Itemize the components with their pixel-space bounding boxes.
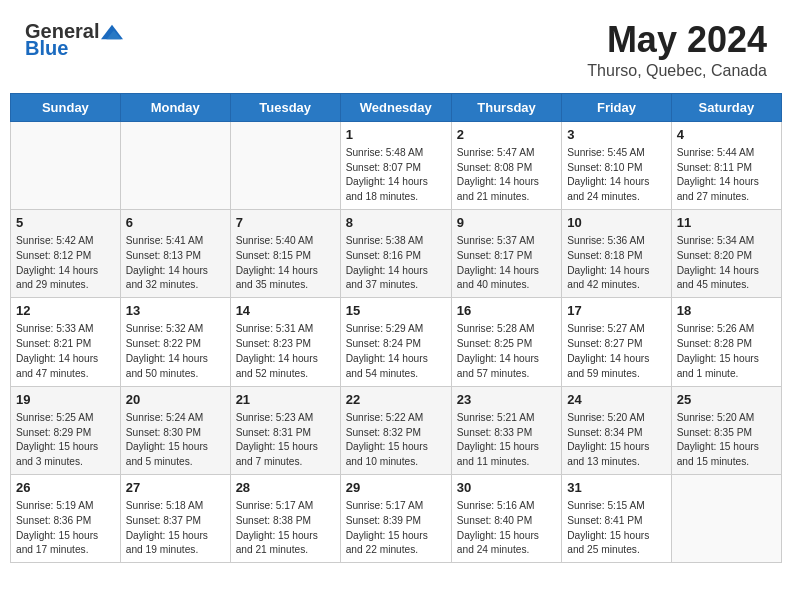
day-info: Sunrise: 5:20 AMSunset: 8:35 PMDaylight:… [677, 411, 776, 470]
calendar-day-cell: 18Sunrise: 5:26 AMSunset: 8:28 PMDayligh… [671, 298, 781, 386]
calendar-day-cell: 27Sunrise: 5:18 AMSunset: 8:37 PMDayligh… [120, 474, 230, 562]
day-number: 22 [346, 391, 446, 409]
day-info: Sunrise: 5:28 AMSunset: 8:25 PMDaylight:… [457, 322, 556, 381]
month-year-title: May 2024 [587, 20, 767, 60]
day-info: Sunrise: 5:25 AMSunset: 8:29 PMDaylight:… [16, 411, 115, 470]
calendar-week-row: 1Sunrise: 5:48 AMSunset: 8:07 PMDaylight… [11, 121, 782, 209]
day-number: 12 [16, 302, 115, 320]
calendar-day-cell: 19Sunrise: 5:25 AMSunset: 8:29 PMDayligh… [11, 386, 121, 474]
title-section: May 2024 Thurso, Quebec, Canada [587, 20, 767, 80]
day-info: Sunrise: 5:44 AMSunset: 8:11 PMDaylight:… [677, 146, 776, 205]
day-info: Sunrise: 5:34 AMSunset: 8:20 PMDaylight:… [677, 234, 776, 293]
day-info: Sunrise: 5:20 AMSunset: 8:34 PMDaylight:… [567, 411, 665, 470]
calendar-day-cell [120, 121, 230, 209]
day-number: 11 [677, 214, 776, 232]
calendar-day-cell: 12Sunrise: 5:33 AMSunset: 8:21 PMDayligh… [11, 298, 121, 386]
day-info: Sunrise: 5:21 AMSunset: 8:33 PMDaylight:… [457, 411, 556, 470]
calendar-week-row: 19Sunrise: 5:25 AMSunset: 8:29 PMDayligh… [11, 386, 782, 474]
day-info: Sunrise: 5:36 AMSunset: 8:18 PMDaylight:… [567, 234, 665, 293]
day-info: Sunrise: 5:47 AMSunset: 8:08 PMDaylight:… [457, 146, 556, 205]
day-info: Sunrise: 5:26 AMSunset: 8:28 PMDaylight:… [677, 322, 776, 381]
day-of-week-header: Saturday [671, 93, 781, 121]
day-number: 21 [236, 391, 335, 409]
day-info: Sunrise: 5:16 AMSunset: 8:40 PMDaylight:… [457, 499, 556, 558]
calendar-day-cell: 31Sunrise: 5:15 AMSunset: 8:41 PMDayligh… [562, 474, 671, 562]
calendar-day-cell: 25Sunrise: 5:20 AMSunset: 8:35 PMDayligh… [671, 386, 781, 474]
day-number: 10 [567, 214, 665, 232]
calendar-day-cell: 3Sunrise: 5:45 AMSunset: 8:10 PMDaylight… [562, 121, 671, 209]
day-number: 2 [457, 126, 556, 144]
calendar-day-cell: 30Sunrise: 5:16 AMSunset: 8:40 PMDayligh… [451, 474, 561, 562]
day-number: 7 [236, 214, 335, 232]
calendar-day-cell: 20Sunrise: 5:24 AMSunset: 8:30 PMDayligh… [120, 386, 230, 474]
logo-icon [101, 21, 123, 43]
location-subtitle: Thurso, Quebec, Canada [587, 62, 767, 80]
calendar-table: SundayMondayTuesdayWednesdayThursdayFrid… [10, 93, 782, 564]
calendar-day-cell [230, 121, 340, 209]
calendar-day-cell [671, 474, 781, 562]
day-of-week-header: Friday [562, 93, 671, 121]
day-info: Sunrise: 5:48 AMSunset: 8:07 PMDaylight:… [346, 146, 446, 205]
day-info: Sunrise: 5:42 AMSunset: 8:12 PMDaylight:… [16, 234, 115, 293]
calendar-day-cell: 26Sunrise: 5:19 AMSunset: 8:36 PMDayligh… [11, 474, 121, 562]
day-number: 1 [346, 126, 446, 144]
day-number: 17 [567, 302, 665, 320]
day-info: Sunrise: 5:45 AMSunset: 8:10 PMDaylight:… [567, 146, 665, 205]
day-of-week-header: Wednesday [340, 93, 451, 121]
day-number: 4 [677, 126, 776, 144]
calendar-day-cell: 29Sunrise: 5:17 AMSunset: 8:39 PMDayligh… [340, 474, 451, 562]
day-number: 20 [126, 391, 225, 409]
day-info: Sunrise: 5:37 AMSunset: 8:17 PMDaylight:… [457, 234, 556, 293]
day-number: 28 [236, 479, 335, 497]
day-info: Sunrise: 5:23 AMSunset: 8:31 PMDaylight:… [236, 411, 335, 470]
day-number: 3 [567, 126, 665, 144]
page-header: General Blue May 2024 Thurso, Quebec, Ca… [10, 10, 782, 85]
calendar-day-cell: 16Sunrise: 5:28 AMSunset: 8:25 PMDayligh… [451, 298, 561, 386]
calendar-day-cell: 10Sunrise: 5:36 AMSunset: 8:18 PMDayligh… [562, 209, 671, 297]
day-info: Sunrise: 5:41 AMSunset: 8:13 PMDaylight:… [126, 234, 225, 293]
calendar-day-cell [11, 121, 121, 209]
day-info: Sunrise: 5:27 AMSunset: 8:27 PMDaylight:… [567, 322, 665, 381]
calendar-week-row: 12Sunrise: 5:33 AMSunset: 8:21 PMDayligh… [11, 298, 782, 386]
day-number: 14 [236, 302, 335, 320]
calendar-day-cell: 13Sunrise: 5:32 AMSunset: 8:22 PMDayligh… [120, 298, 230, 386]
day-info: Sunrise: 5:29 AMSunset: 8:24 PMDaylight:… [346, 322, 446, 381]
day-of-week-header: Sunday [11, 93, 121, 121]
day-info: Sunrise: 5:31 AMSunset: 8:23 PMDaylight:… [236, 322, 335, 381]
day-number: 6 [126, 214, 225, 232]
calendar-day-cell: 11Sunrise: 5:34 AMSunset: 8:20 PMDayligh… [671, 209, 781, 297]
day-info: Sunrise: 5:17 AMSunset: 8:39 PMDaylight:… [346, 499, 446, 558]
day-number: 15 [346, 302, 446, 320]
day-info: Sunrise: 5:24 AMSunset: 8:30 PMDaylight:… [126, 411, 225, 470]
day-number: 26 [16, 479, 115, 497]
calendar-day-cell: 5Sunrise: 5:42 AMSunset: 8:12 PMDaylight… [11, 209, 121, 297]
day-info: Sunrise: 5:40 AMSunset: 8:15 PMDaylight:… [236, 234, 335, 293]
calendar-day-cell: 2Sunrise: 5:47 AMSunset: 8:08 PMDaylight… [451, 121, 561, 209]
day-number: 30 [457, 479, 556, 497]
calendar-day-cell: 7Sunrise: 5:40 AMSunset: 8:15 PMDaylight… [230, 209, 340, 297]
day-of-week-header: Thursday [451, 93, 561, 121]
calendar-day-cell: 22Sunrise: 5:22 AMSunset: 8:32 PMDayligh… [340, 386, 451, 474]
day-number: 23 [457, 391, 556, 409]
day-info: Sunrise: 5:15 AMSunset: 8:41 PMDaylight:… [567, 499, 665, 558]
calendar-day-cell: 9Sunrise: 5:37 AMSunset: 8:17 PMDaylight… [451, 209, 561, 297]
day-info: Sunrise: 5:22 AMSunset: 8:32 PMDaylight:… [346, 411, 446, 470]
day-number: 27 [126, 479, 225, 497]
calendar-day-cell: 8Sunrise: 5:38 AMSunset: 8:16 PMDaylight… [340, 209, 451, 297]
logo: General Blue [25, 20, 123, 60]
day-info: Sunrise: 5:32 AMSunset: 8:22 PMDaylight:… [126, 322, 225, 381]
day-info: Sunrise: 5:18 AMSunset: 8:37 PMDaylight:… [126, 499, 225, 558]
day-number: 18 [677, 302, 776, 320]
day-number: 13 [126, 302, 225, 320]
day-number: 5 [16, 214, 115, 232]
day-info: Sunrise: 5:19 AMSunset: 8:36 PMDaylight:… [16, 499, 115, 558]
day-number: 25 [677, 391, 776, 409]
calendar-week-row: 5Sunrise: 5:42 AMSunset: 8:12 PMDaylight… [11, 209, 782, 297]
calendar-day-cell: 28Sunrise: 5:17 AMSunset: 8:38 PMDayligh… [230, 474, 340, 562]
calendar-day-cell: 17Sunrise: 5:27 AMSunset: 8:27 PMDayligh… [562, 298, 671, 386]
day-info: Sunrise: 5:38 AMSunset: 8:16 PMDaylight:… [346, 234, 446, 293]
day-number: 8 [346, 214, 446, 232]
day-number: 31 [567, 479, 665, 497]
calendar-day-cell: 23Sunrise: 5:21 AMSunset: 8:33 PMDayligh… [451, 386, 561, 474]
calendar-day-cell: 14Sunrise: 5:31 AMSunset: 8:23 PMDayligh… [230, 298, 340, 386]
